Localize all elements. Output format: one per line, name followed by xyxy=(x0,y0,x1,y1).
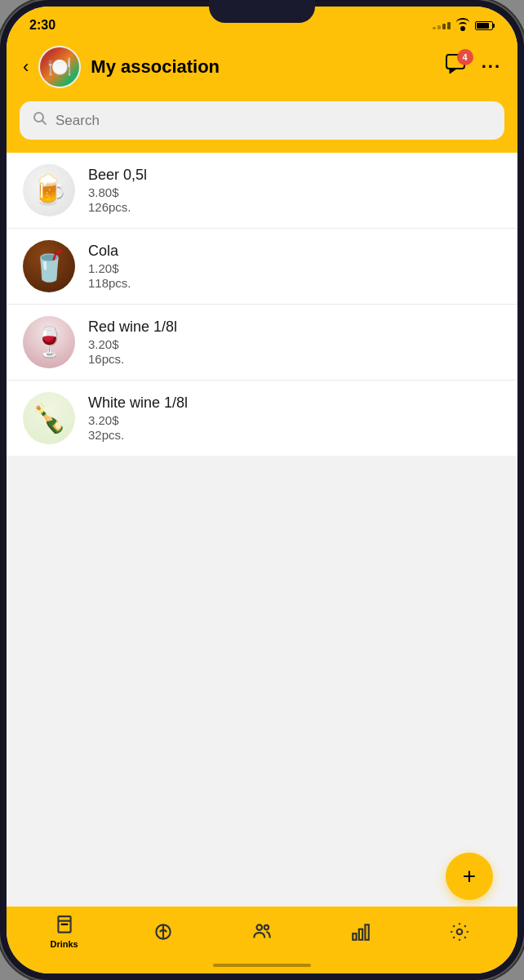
notch xyxy=(209,0,315,23)
more-button[interactable]: ··· xyxy=(482,56,501,78)
item-info-beer: Beer 0,5l 3.80$ 126pcs. xyxy=(88,167,501,214)
item-info-cola: Cola 1.20$ 118pcs. xyxy=(88,243,501,290)
item-name: Red wine 1/8l xyxy=(88,318,501,336)
drinks-label: Drinks xyxy=(50,939,78,949)
chat-button[interactable]: 4 xyxy=(446,54,468,81)
item-image-redwine xyxy=(23,316,75,368)
item-stock: 126pcs. xyxy=(88,200,501,214)
sidebar-item-food[interactable] xyxy=(113,921,212,942)
food-icon xyxy=(153,921,174,942)
list-item[interactable]: Beer 0,5l 3.80$ 126pcs. xyxy=(7,153,517,229)
search-input[interactable] xyxy=(56,113,491,129)
svg-rect-10 xyxy=(353,933,356,940)
item-stock: 16pcs. xyxy=(88,352,501,366)
svg-line-2 xyxy=(42,121,47,125)
search-container xyxy=(7,101,517,153)
signal-icon xyxy=(433,22,451,29)
item-stock: 118pcs. xyxy=(88,276,501,290)
item-price: 1.20$ xyxy=(88,261,501,275)
home-indicator xyxy=(213,964,311,967)
stats-icon xyxy=(350,921,371,942)
item-name: White wine 1/8l xyxy=(88,394,501,412)
item-image-beer xyxy=(23,164,75,216)
members-icon xyxy=(251,921,273,942)
item-info-whitewine: White wine 1/8l 3.20$ 32pcs. xyxy=(88,394,501,442)
sidebar-item-stats[interactable] xyxy=(312,921,411,942)
item-price: 3.20$ xyxy=(88,337,501,351)
avatar[interactable] xyxy=(38,46,81,88)
status-time: 2:30 xyxy=(29,18,56,33)
page-title: My association xyxy=(91,56,435,78)
drinks-icon xyxy=(54,915,75,936)
item-list: Beer 0,5l 3.80$ 126pcs. Cola 1.20$ 118pc… xyxy=(7,153,517,456)
svg-rect-5 xyxy=(60,924,68,925)
notification-badge: 4 xyxy=(457,49,473,65)
search-box xyxy=(20,101,504,140)
svg-point-9 xyxy=(264,925,269,929)
list-item[interactable]: White wine 1/8l 3.20$ 32pcs. xyxy=(7,381,517,456)
item-image-cola xyxy=(23,240,75,292)
svg-rect-12 xyxy=(366,924,369,939)
item-name: Beer 0,5l xyxy=(88,167,501,184)
wifi-icon xyxy=(455,20,470,31)
avatar-image xyxy=(40,47,79,87)
battery-icon xyxy=(475,21,495,30)
app-header: ‹ My association 4 ··· xyxy=(7,38,517,101)
status-icons xyxy=(433,20,495,31)
sidebar-item-drinks[interactable]: Drinks xyxy=(15,915,113,949)
svg-point-13 xyxy=(457,929,463,935)
svg-point-8 xyxy=(257,924,263,930)
phone-frame: 2:30 ‹ xyxy=(0,0,524,980)
sidebar-item-settings[interactable] xyxy=(411,921,509,942)
item-image-whitewine xyxy=(23,392,75,444)
content-area: Beer 0,5l 3.80$ 126pcs. Cola 1.20$ 118pc… xyxy=(7,153,517,906)
item-stock: 32pcs. xyxy=(88,428,501,442)
add-button[interactable]: + xyxy=(446,853,493,900)
header-actions: 4 ··· xyxy=(446,54,501,81)
svg-rect-11 xyxy=(359,929,362,940)
fab-container: + xyxy=(446,853,493,900)
settings-icon xyxy=(449,921,470,942)
item-price: 3.20$ xyxy=(88,413,501,427)
list-item[interactable]: Cola 1.20$ 118pcs. xyxy=(7,229,517,305)
item-info-redwine: Red wine 1/8l 3.20$ 16pcs. xyxy=(88,318,501,366)
search-icon xyxy=(33,111,47,130)
item-price: 3.80$ xyxy=(88,185,501,199)
list-item[interactable]: Red wine 1/8l 3.20$ 16pcs. xyxy=(7,305,517,381)
item-name: Cola xyxy=(88,243,501,260)
phone-screen: 2:30 ‹ xyxy=(7,7,517,973)
back-button[interactable]: ‹ xyxy=(23,56,29,78)
sidebar-item-members[interactable] xyxy=(212,921,311,942)
